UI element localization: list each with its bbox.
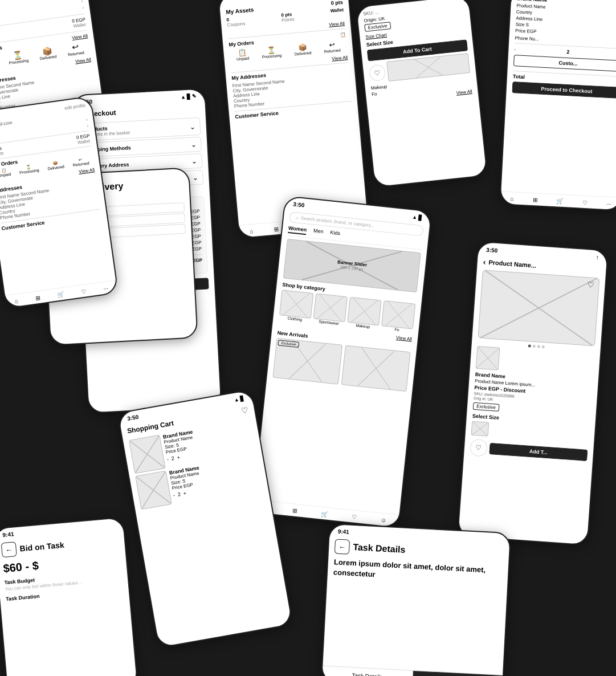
svg-line-5 bbox=[317, 294, 344, 321]
cat-makeup[interactable]: Makeup bbox=[347, 297, 382, 330]
wifi-cart: ▲ bbox=[234, 396, 240, 402]
bid-time: 9:41 bbox=[2, 531, 14, 538]
view-all-top[interactable]: View All bbox=[456, 89, 472, 96]
exclusive-top: Exclusive bbox=[364, 22, 391, 32]
svg-line-9 bbox=[385, 302, 412, 328]
svg-line-7 bbox=[351, 298, 378, 325]
item2-minus[interactable]: - bbox=[173, 492, 176, 498]
cart-title: Shopping Cart bbox=[127, 419, 174, 435]
wallet-lbl-2: Wallet bbox=[330, 7, 344, 14]
wifi-icon-checkout: ▲ bbox=[181, 94, 186, 100]
phone-product-top-right: Brand Name Product Name Country Address … bbox=[499, 0, 616, 211]
edit-profile-bg: edit profile bbox=[64, 103, 86, 111]
phone-home: 3:50 ▲ ▊ ⌕ Search product, brand, or cat… bbox=[251, 196, 432, 528]
dot-1 bbox=[528, 344, 531, 347]
svg-line-17 bbox=[136, 471, 171, 509]
battery-home: ▊ bbox=[418, 214, 423, 221]
phone-product-topright: SKU: ... Origin: UK Exclusive Size Chart… bbox=[356, 0, 488, 188]
battery-cart: ▊ bbox=[240, 396, 245, 402]
item1-qty: 2 bbox=[171, 455, 175, 462]
svg-line-25 bbox=[414, 56, 443, 78]
product-time: 3:50 bbox=[486, 246, 498, 253]
assets-points: 0 pts bbox=[331, 0, 343, 6]
task-description: Lorem ipsum dolor sit amet, dolor sit am… bbox=[333, 557, 503, 587]
share-icon-product[interactable]: ↑ bbox=[595, 254, 599, 260]
cat-clothing[interactable]: Clothing bbox=[279, 290, 313, 323]
svg-line-19 bbox=[480, 271, 597, 345]
orders-icon: 📋 bbox=[340, 32, 346, 38]
search-icon-home: ⌕ bbox=[296, 215, 299, 220]
dot-3 bbox=[537, 345, 540, 348]
battery-icon-checkout: ▊ bbox=[187, 93, 191, 99]
tab-men[interactable]: Men bbox=[313, 228, 324, 237]
phone-task-details: 9:41 ← Task Details Lorem ipsum dolor si… bbox=[321, 523, 511, 676]
svg-line-13 bbox=[357, 347, 394, 389]
home-time: 3:50 bbox=[293, 201, 305, 209]
wishlist-product-icon[interactable]: ♡ bbox=[587, 280, 595, 290]
back-btn-product[interactable] bbox=[483, 257, 486, 266]
task-time: 9:41 bbox=[338, 528, 350, 535]
view-all-link-2[interactable]: View All bbox=[75, 57, 92, 64]
wishlist-size-btn[interactable]: ♡ bbox=[470, 439, 488, 457]
svg-line-23 bbox=[472, 422, 488, 436]
wallet-lbl: Wallet bbox=[72, 22, 87, 29]
my-orders-lbl: My Orders bbox=[229, 40, 254, 48]
processing-2: Processing bbox=[262, 53, 282, 59]
item1-plus[interactable]: + bbox=[177, 454, 181, 461]
tab-women[interactable]: Women bbox=[288, 225, 307, 235]
add-to-cart-btn[interactable]: Add T... bbox=[489, 443, 588, 461]
wishlist-top[interactable]: ♡ bbox=[369, 64, 386, 82]
proceed-checkout-btn[interactable]: Proceed to Checkout bbox=[512, 82, 616, 99]
heart-cart-header[interactable]: ♡ bbox=[240, 405, 250, 416]
view-all-assets[interactable]: View All bbox=[329, 21, 345, 27]
dot-4 bbox=[541, 345, 544, 348]
wifi-home: ▲ bbox=[412, 214, 418, 220]
tab-kids[interactable]: Kids bbox=[330, 230, 341, 239]
item2-plus[interactable]: + bbox=[183, 490, 187, 496]
cat-sportswear[interactable]: Sportswear bbox=[313, 294, 348, 327]
unpaid-2: Unpaid bbox=[236, 56, 250, 61]
qty-val-tr: 2 bbox=[566, 49, 570, 55]
back-btn-bid[interactable]: ← bbox=[1, 541, 17, 557]
item2-qty: 2 bbox=[177, 491, 181, 498]
view-all-cat[interactable]: View All bbox=[396, 335, 413, 342]
payment-chevron bbox=[192, 173, 198, 182]
product-title: Product Name... bbox=[488, 259, 536, 269]
delivered-2: Delivered bbox=[295, 51, 312, 56]
cat-fo[interactable]: Fo bbox=[381, 300, 415, 333]
search-placeholder: Search product, brand, or category... bbox=[301, 215, 375, 229]
edit-icon-checkout: ✎ bbox=[192, 93, 197, 99]
shipping-chevron bbox=[190, 140, 197, 149]
bid-title: Bid on Task bbox=[19, 540, 64, 553]
cart-time: 3:50 bbox=[127, 414, 140, 422]
unp-bg: Unpaid bbox=[0, 172, 11, 178]
wallet-lbl-bg: Wallet bbox=[77, 139, 91, 145]
task-details-title: Task Details bbox=[353, 542, 406, 555]
view-all-bg: View All bbox=[79, 167, 95, 174]
my-assets-title: My Assets bbox=[226, 6, 254, 15]
back-btn-task[interactable]: ← bbox=[334, 539, 350, 554]
svg-line-15 bbox=[129, 435, 165, 473]
qty-minus-tr[interactable]: - bbox=[514, 47, 516, 52]
custom-btn-tr[interactable]: Custo... bbox=[513, 55, 616, 72]
view-all-orders[interactable]: View All bbox=[332, 55, 348, 61]
products-chevron bbox=[189, 123, 195, 131]
svg-line-3 bbox=[283, 291, 310, 317]
view-all-link[interactable]: View All bbox=[72, 33, 88, 40]
pts-lbl-bg: Points bbox=[0, 150, 4, 157]
dot-2 bbox=[532, 345, 535, 348]
points-lbl-2: Points bbox=[282, 17, 295, 23]
coupons-lbl: Coupons bbox=[227, 21, 246, 28]
phone-bid-task: 9:41 ← Bid on Task $60 - $ Task Budget Y… bbox=[0, 517, 138, 676]
delivery-chevron bbox=[191, 157, 198, 165]
item1-minus[interactable]: - bbox=[166, 457, 169, 462]
exclusive-tag-detail: Exclusive bbox=[473, 402, 500, 412]
returned-2: Returned bbox=[324, 48, 341, 53]
svg-line-21 bbox=[476, 347, 500, 370]
phone-product-detail: 3:50 ↑ Product Name... ♡ Brand N bbox=[457, 241, 609, 546]
